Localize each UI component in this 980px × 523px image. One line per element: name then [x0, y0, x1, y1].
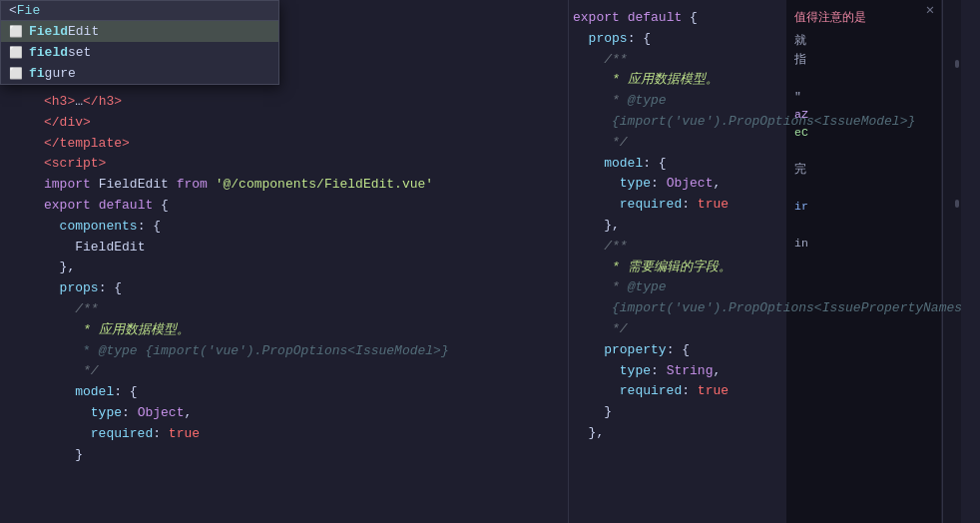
code-line-r15: {import('vue').PropOptions<IssueProperty…: [569, 298, 961, 319]
code-line-r19: required: true: [569, 381, 961, 402]
right-code-area: export default { props: { /** * 应用数据模型。 …: [569, 0, 961, 448]
autocomplete-dropdown[interactable]: <Fie ⬜ FieldEdit ⬜ fieldset ⬜ figure: [0, 0, 279, 85]
autocomplete-input[interactable]: <Fie: [1, 1, 278, 21]
code-line: </template>: [0, 134, 568, 155]
code-line: FieldEdit: [0, 238, 568, 259]
component-icon: ⬜: [9, 25, 23, 38]
code-line-r21: },: [569, 423, 961, 444]
code-line: required: true: [0, 424, 568, 445]
component-icon-3: ⬜: [9, 67, 23, 80]
component-icon-2: ⬜: [9, 46, 23, 59]
code-line-r18: type: String,: [569, 361, 961, 382]
code-line-r4: * 应用数据模型。: [569, 70, 961, 91]
code-line-r3: /**: [569, 50, 961, 71]
code-line-r11: },: [569, 216, 961, 237]
autocomplete-item-figure[interactable]: ⬜ figure: [1, 63, 278, 84]
code-line-r2: props: {: [569, 29, 961, 50]
code-line: components: {: [0, 217, 568, 238]
code-line: */: [0, 361, 568, 382]
code-line-r6: {import('vue').PropOptions<IssueModel>}: [569, 112, 961, 133]
code-line-r20: }: [569, 402, 961, 423]
code-line: * 应用数据模型。: [0, 320, 568, 341]
code-line: export default {: [0, 196, 568, 217]
code-line: </div>: [0, 113, 568, 134]
code-line-r7: */: [569, 133, 961, 154]
code-line: type: Object,: [0, 403, 568, 424]
code-line: import FieldEdit from '@/components/Fiel…: [0, 175, 568, 196]
code-line: model: {: [0, 382, 568, 403]
code-line-r10: required: true: [569, 195, 961, 216]
code-line: props: {: [0, 278, 568, 299]
code-line-r9: type: Object,: [569, 174, 961, 195]
code-line: }: [0, 445, 568, 466]
right-editor-panel: ✕ 值得注意的是 就 指 " aZ eC 完 ir in export defa…: [569, 0, 961, 523]
code-line: },: [0, 258, 568, 278]
code-line: * @type {import('vue').PropOptions<Issue…: [0, 341, 568, 362]
code-line-r8: model: {: [569, 154, 961, 175]
code-line-r12: /**: [569, 237, 961, 258]
code-line-r17: property: {: [569, 340, 961, 361]
code-line-r16: */: [569, 319, 961, 340]
code-line-r13: * 需要编辑的字段。: [569, 258, 961, 278]
autocomplete-item-fieldset[interactable]: ⬜ fieldset: [1, 42, 278, 63]
code-line-r1: export default {: [569, 8, 961, 29]
code-line-r5: * @type: [569, 91, 961, 112]
code-line: <h3>…</h3>: [0, 92, 568, 113]
code-line-r14: * @type: [569, 277, 961, 298]
left-editor-panel: <Fie ⬜ FieldEdit ⬜ fieldset ⬜ figure <h3…: [0, 0, 569, 523]
left-code-area: <h3>…</h3> </div> </template> <script> i…: [0, 88, 568, 469]
code-line: <script>: [0, 154, 568, 175]
autocomplete-item-fieldedit[interactable]: ⬜ FieldEdit: [1, 21, 278, 42]
code-line: /**: [0, 299, 568, 320]
